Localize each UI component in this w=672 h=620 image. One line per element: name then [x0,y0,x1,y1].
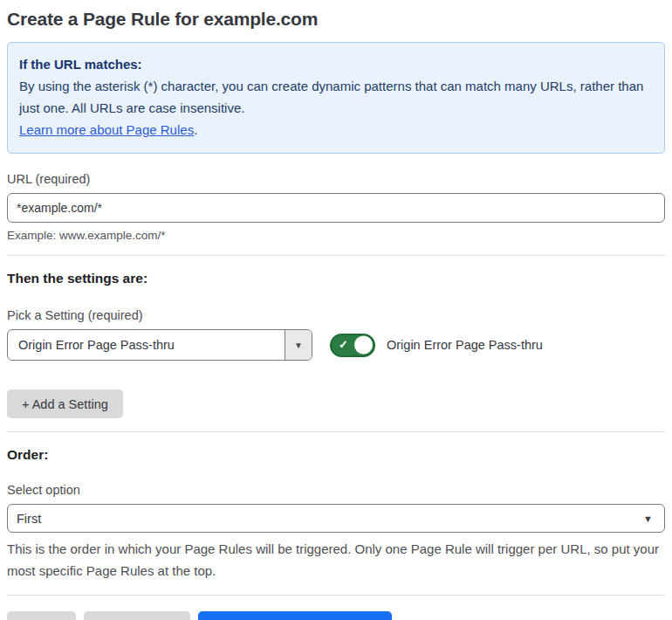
url-input[interactable] [7,193,665,223]
pick-setting-label: Pick a Setting (required) [7,308,665,322]
info-box-link-line: Learn more about Page Rules. [19,119,650,141]
learn-more-link[interactable]: Learn more about Page Rules [19,122,194,137]
divider [7,595,665,596]
footer-actions: Cancel Save as Draft Save and Deploy Pag… [7,611,665,620]
order-select-value: First [8,512,50,526]
add-setting-button[interactable]: + Add a Setting [7,389,123,418]
check-icon: ✓ [339,339,348,350]
link-period: . [194,122,197,137]
chevron-down-icon: ▼ [643,513,664,524]
cancel-button[interactable]: Cancel [7,611,76,620]
divider [7,255,665,256]
url-field-label: URL (required) [7,172,665,186]
order-select[interactable]: First ▼ [7,504,665,533]
setting-select-value: Origin Error Page Pass-thru [8,338,285,352]
setting-select-arrow-button[interactable]: ▼ [285,330,312,360]
setting-row: Origin Error Page Pass-thru ▼ ✓ Origin E… [7,329,665,361]
url-match-info-box: If the URL matches: By using the asteris… [7,42,665,154]
settings-section-heading: Then the settings are: [7,271,665,286]
save-as-draft-button[interactable]: Save as Draft [84,611,190,620]
chevron-down-icon: ▼ [294,341,303,350]
order-help-text: This is the order in which your Page Rul… [7,538,665,582]
page-title: Create a Page Rule for example.com [7,7,665,30]
setting-toggle-label: Origin Error Page Pass-thru [387,338,543,352]
toggle-knob [354,336,373,355]
setting-select[interactable]: Origin Error Page Pass-thru ▼ [7,329,312,361]
info-box-body: By using the asterisk (*) character, you… [19,75,650,119]
order-section-heading: Order: [7,447,665,463]
info-box-heading: If the URL matches: [19,53,650,75]
order-select-label: Select option [7,483,665,497]
divider [7,431,665,432]
setting-toggle[interactable]: ✓ [330,334,375,357]
create-page-rule-form: Create a Page Rule for example.com If th… [0,0,672,620]
save-and-deploy-button[interactable]: Save and Deploy Page Rule [198,611,392,620]
url-example-hint: Example: www.example.com/* [7,229,665,242]
